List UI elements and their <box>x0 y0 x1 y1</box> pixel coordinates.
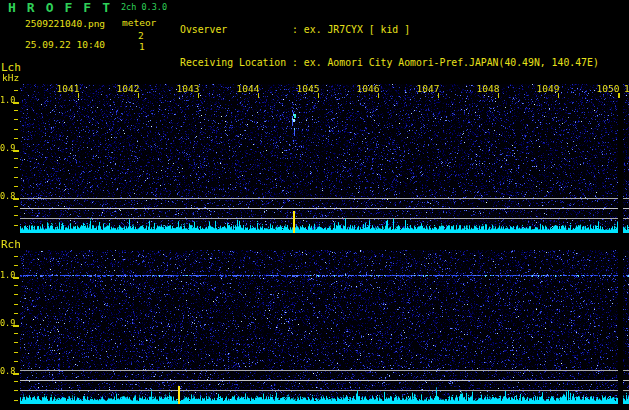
freq-minor-tick <box>14 333 18 334</box>
time-tick-mark <box>438 93 439 98</box>
hrofft-screen: HROFFT 2ch 0.3.0 2509221040.png meteor 2… <box>0 0 629 410</box>
freq-minor-tick <box>14 90 18 91</box>
freq-minor-tick <box>14 119 18 120</box>
date-time: 25.09.22 10:40 <box>25 39 105 50</box>
freq-minor-tick <box>14 265 18 266</box>
time-tick-mark <box>138 93 139 98</box>
freq-minor-tick <box>14 361 18 362</box>
freq-minor-tick <box>14 342 18 343</box>
freq-minor-tick <box>14 304 18 305</box>
freq-minor-tick <box>14 177 18 178</box>
freq-minor-tick <box>14 186 18 187</box>
freq-minor-tick <box>14 390 18 391</box>
freq-minor-tick <box>14 129 18 130</box>
spectrogram-lch <box>20 84 629 233</box>
time-tick-mark <box>258 93 259 98</box>
info-line-observer: Ovserver : ex. JR7CYX [ kid ] <box>180 24 628 35</box>
time-tick-mark <box>619 93 620 98</box>
freq-minor-tick <box>14 158 18 159</box>
time-tick-mark <box>318 93 319 98</box>
output-filename: 2509221040.png <box>25 18 105 29</box>
lch-meteor-count: 2 <box>138 30 144 41</box>
freq-minor-tick <box>14 400 18 401</box>
freq-major-tick <box>13 150 19 152</box>
time-tick-mark <box>198 93 199 98</box>
time-tick-mark <box>498 93 499 98</box>
time-tick-mark <box>558 93 559 98</box>
app-version: 2ch 0.3.0 <box>121 2 167 12</box>
freq-major-tick <box>13 373 19 375</box>
freq-minor-tick <box>14 215 18 216</box>
freq-minor-tick <box>14 225 18 226</box>
rch-meteor-count: 1 <box>139 41 145 52</box>
time-tick-mark <box>378 93 379 98</box>
app-title: HROFFT <box>8 0 121 15</box>
channel-label-rch: Rch <box>1 238 21 251</box>
freq-minor-tick <box>14 285 18 286</box>
freq-minor-tick <box>14 352 18 353</box>
mode-label: meteor <box>122 17 156 28</box>
freq-minor-tick <box>14 256 18 257</box>
freq-major-tick <box>13 277 19 279</box>
freq-minor-tick <box>14 110 18 111</box>
freq-minor-tick <box>14 206 18 207</box>
freq-minor-tick <box>14 294 18 295</box>
spectrogram-rch <box>20 250 629 404</box>
time-tick-mark <box>78 93 79 98</box>
freq-minor-tick <box>14 313 18 314</box>
freq-major-tick <box>13 325 19 327</box>
freq-unit-label: kHz <box>2 72 19 83</box>
freq-major-tick <box>13 198 19 200</box>
freq-minor-tick <box>14 381 18 382</box>
time-tick-label-partial: 10 <box>624 84 629 94</box>
info-line-location: Receiving Location : ex. Aomori City Aom… <box>180 57 628 68</box>
freq-minor-tick <box>14 138 18 139</box>
freq-minor-tick <box>14 167 18 168</box>
freq-major-tick <box>13 102 19 104</box>
